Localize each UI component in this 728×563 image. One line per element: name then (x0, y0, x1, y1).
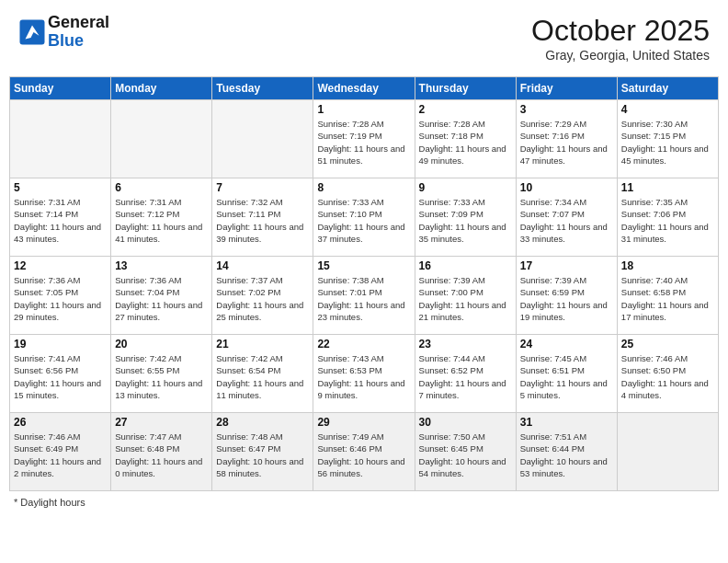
day-number: 14 (216, 259, 309, 272)
calendar-cell: 24Sunrise: 7:45 AMSunset: 6:51 PMDayligh… (516, 335, 617, 413)
day-number: 30 (419, 416, 512, 429)
day-number: 20 (115, 338, 208, 350)
day-number: 13 (115, 259, 208, 272)
calendar-cell (617, 413, 718, 491)
calendar-week-2: 5Sunrise: 7:31 AMSunset: 7:14 PMDaylight… (10, 178, 719, 257)
day-info: Sunrise: 7:31 AMSunset: 7:14 PMDaylight:… (14, 196, 107, 245)
day-number: 29 (317, 416, 410, 429)
logo: General Blue (18, 14, 109, 51)
day-number: 23 (419, 338, 512, 350)
calendar-cell: 11Sunrise: 7:35 AMSunset: 7:06 PMDayligh… (617, 178, 718, 257)
calendar-cell: 30Sunrise: 7:50 AMSunset: 6:45 PMDayligh… (415, 413, 516, 491)
day-info: Sunrise: 7:48 AMSunset: 6:47 PMDaylight:… (216, 431, 309, 479)
day-number: 18 (621, 259, 714, 272)
calendar-week-3: 12Sunrise: 7:36 AMSunset: 7:05 PMDayligh… (10, 257, 719, 335)
calendar-cell: 22Sunrise: 7:43 AMSunset: 6:53 PMDayligh… (313, 335, 415, 413)
day-number: 27 (115, 416, 208, 429)
col-header-sunday: Sunday (10, 77, 111, 100)
calendar-cell: 17Sunrise: 7:39 AMSunset: 6:59 PMDayligh… (516, 257, 617, 335)
day-number: 22 (317, 338, 410, 350)
logo-text: General Blue (48, 14, 109, 51)
day-number: 25 (621, 338, 714, 350)
day-info: Sunrise: 7:45 AMSunset: 6:51 PMDaylight:… (520, 352, 613, 401)
calendar-cell: 6Sunrise: 7:31 AMSunset: 7:12 PMDaylight… (111, 178, 212, 257)
day-number: 1 (317, 103, 410, 116)
day-info: Sunrise: 7:42 AMSunset: 6:54 PMDaylight:… (216, 352, 309, 401)
day-info: Sunrise: 7:32 AMSunset: 7:11 PMDaylight:… (216, 196, 309, 245)
calendar-cell: 5Sunrise: 7:31 AMSunset: 7:14 PMDaylight… (10, 178, 111, 257)
day-info: Sunrise: 7:38 AMSunset: 7:01 PMDaylight:… (317, 274, 410, 323)
day-info: Sunrise: 7:40 AMSunset: 6:58 PMDaylight:… (621, 274, 714, 323)
title-block: October 2025 Gray, Georgia, United State… (531, 14, 710, 63)
day-info: Sunrise: 7:44 AMSunset: 6:52 PMDaylight:… (419, 352, 512, 401)
calendar-cell: 9Sunrise: 7:33 AMSunset: 7:09 PMDaylight… (415, 178, 516, 257)
calendar-week-5: 26Sunrise: 7:46 AMSunset: 6:49 PMDayligh… (10, 413, 719, 491)
calendar-cell: 19Sunrise: 7:41 AMSunset: 6:56 PMDayligh… (10, 335, 111, 413)
day-info: Sunrise: 7:47 AMSunset: 6:48 PMDaylight:… (115, 431, 208, 479)
day-number: 16 (419, 259, 512, 272)
day-number: 15 (317, 259, 410, 272)
day-number: 19 (14, 338, 107, 350)
calendar-cell: 15Sunrise: 7:38 AMSunset: 7:01 PMDayligh… (313, 257, 415, 335)
calendar-week-4: 19Sunrise: 7:41 AMSunset: 6:56 PMDayligh… (10, 335, 719, 413)
day-info: Sunrise: 7:35 AMSunset: 7:06 PMDaylight:… (621, 196, 714, 245)
calendar-cell: 26Sunrise: 7:46 AMSunset: 6:49 PMDayligh… (10, 413, 111, 491)
col-header-wednesday: Wednesday (313, 77, 415, 100)
day-number: 2 (419, 103, 512, 116)
day-info: Sunrise: 7:39 AMSunset: 6:59 PMDaylight:… (520, 274, 613, 323)
day-info: Sunrise: 7:42 AMSunset: 6:55 PMDaylight:… (115, 352, 208, 401)
day-info: Sunrise: 7:29 AMSunset: 7:16 PMDaylight:… (520, 118, 613, 167)
day-info: Sunrise: 7:46 AMSunset: 6:49 PMDaylight:… (14, 431, 107, 479)
day-number: 24 (520, 338, 613, 350)
calendar-cell: 29Sunrise: 7:49 AMSunset: 6:46 PMDayligh… (313, 413, 415, 491)
day-number: 21 (216, 338, 309, 350)
calendar-cell (212, 100, 313, 178)
day-number: 26 (14, 416, 107, 429)
day-number: 17 (520, 259, 613, 272)
calendar-cell (111, 100, 212, 178)
col-header-friday: Friday (516, 77, 617, 100)
day-number: 4 (621, 103, 714, 116)
calendar-cell: 13Sunrise: 7:36 AMSunset: 7:04 PMDayligh… (111, 257, 212, 335)
footer-note: * Daylight hours (9, 497, 719, 508)
day-number: 31 (520, 416, 613, 429)
calendar-cell (10, 100, 111, 178)
calendar-cell: 27Sunrise: 7:47 AMSunset: 6:48 PMDayligh… (111, 413, 212, 491)
calendar-cell: 23Sunrise: 7:44 AMSunset: 6:52 PMDayligh… (415, 335, 516, 413)
day-info: Sunrise: 7:41 AMSunset: 6:56 PMDaylight:… (14, 352, 107, 401)
day-number: 28 (216, 416, 309, 429)
day-number: 9 (419, 181, 512, 194)
calendar-cell: 14Sunrise: 7:37 AMSunset: 7:02 PMDayligh… (212, 257, 313, 335)
day-info: Sunrise: 7:33 AMSunset: 7:10 PMDaylight:… (317, 196, 410, 245)
month-title: October 2025 (531, 14, 710, 48)
day-info: Sunrise: 7:30 AMSunset: 7:15 PMDaylight:… (621, 118, 714, 167)
calendar-cell: 8Sunrise: 7:33 AMSunset: 7:10 PMDaylight… (313, 178, 415, 257)
calendar-cell: 28Sunrise: 7:48 AMSunset: 6:47 PMDayligh… (212, 413, 313, 491)
calendar-cell: 25Sunrise: 7:46 AMSunset: 6:50 PMDayligh… (617, 335, 718, 413)
calendar-cell: 21Sunrise: 7:42 AMSunset: 6:54 PMDayligh… (212, 335, 313, 413)
day-number: 6 (115, 181, 208, 194)
calendar-cell: 1Sunrise: 7:28 AMSunset: 7:19 PMDaylight… (313, 100, 415, 178)
day-info: Sunrise: 7:50 AMSunset: 6:45 PMDaylight:… (419, 431, 512, 479)
day-info: Sunrise: 7:36 AMSunset: 7:05 PMDaylight:… (14, 274, 107, 323)
day-info: Sunrise: 7:34 AMSunset: 7:07 PMDaylight:… (520, 196, 613, 245)
day-info: Sunrise: 7:31 AMSunset: 7:12 PMDaylight:… (115, 196, 208, 245)
location: Gray, Georgia, United States (531, 48, 710, 63)
calendar-cell: 2Sunrise: 7:28 AMSunset: 7:18 PMDaylight… (415, 100, 516, 178)
col-header-monday: Monday (111, 77, 212, 100)
day-number: 5 (14, 181, 107, 194)
day-info: Sunrise: 7:51 AMSunset: 6:44 PMDaylight:… (520, 431, 613, 479)
calendar-cell: 20Sunrise: 7:42 AMSunset: 6:55 PMDayligh… (111, 335, 212, 413)
calendar-cell: 3Sunrise: 7:29 AMSunset: 7:16 PMDaylight… (516, 100, 617, 178)
day-info: Sunrise: 7:28 AMSunset: 7:18 PMDaylight:… (419, 118, 512, 167)
day-info: Sunrise: 7:37 AMSunset: 7:02 PMDaylight:… (216, 274, 309, 323)
day-number: 11 (621, 181, 714, 194)
day-number: 10 (520, 181, 613, 194)
day-info: Sunrise: 7:46 AMSunset: 6:50 PMDaylight:… (621, 352, 714, 401)
calendar-cell: 16Sunrise: 7:39 AMSunset: 7:00 PMDayligh… (415, 257, 516, 335)
calendar-cell: 7Sunrise: 7:32 AMSunset: 7:11 PMDaylight… (212, 178, 313, 257)
calendar-header-row: SundayMondayTuesdayWednesdayThursdayFrid… (10, 77, 719, 100)
calendar-cell: 18Sunrise: 7:40 AMSunset: 6:58 PMDayligh… (617, 257, 718, 335)
day-number: 12 (14, 259, 107, 272)
calendar-cell: 10Sunrise: 7:34 AMSunset: 7:07 PMDayligh… (516, 178, 617, 257)
